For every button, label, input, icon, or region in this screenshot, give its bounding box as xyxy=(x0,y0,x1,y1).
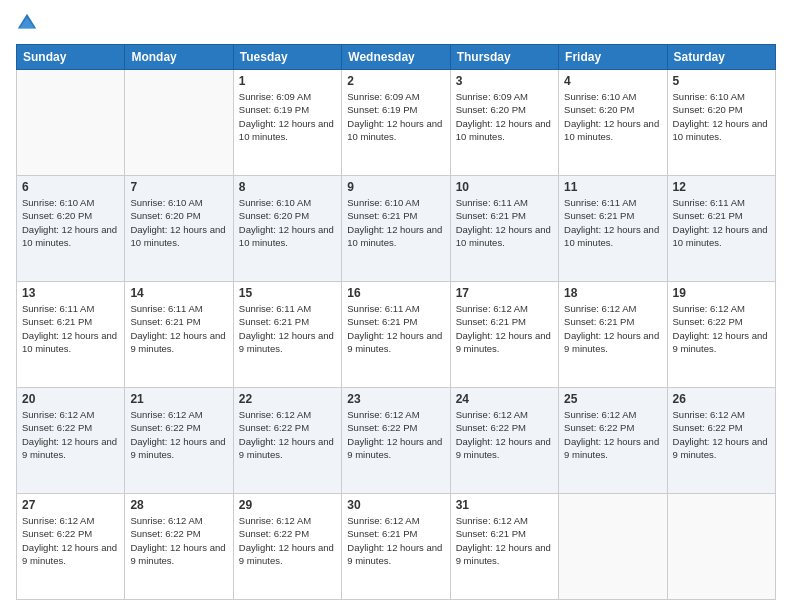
day-info: Sunrise: 6:11 AMSunset: 6:21 PMDaylight:… xyxy=(347,302,444,355)
week-row-3: 13Sunrise: 6:11 AMSunset: 6:21 PMDayligh… xyxy=(17,282,776,388)
day-cell: 14Sunrise: 6:11 AMSunset: 6:21 PMDayligh… xyxy=(125,282,233,388)
day-cell: 29Sunrise: 6:12 AMSunset: 6:22 PMDayligh… xyxy=(233,494,341,600)
day-number: 3 xyxy=(456,74,553,88)
weekday-header-tuesday: Tuesday xyxy=(233,45,341,70)
day-info: Sunrise: 6:12 AMSunset: 6:22 PMDaylight:… xyxy=(22,514,119,567)
day-cell: 28Sunrise: 6:12 AMSunset: 6:22 PMDayligh… xyxy=(125,494,233,600)
day-info: Sunrise: 6:12 AMSunset: 6:22 PMDaylight:… xyxy=(673,408,770,461)
day-cell: 8Sunrise: 6:10 AMSunset: 6:20 PMDaylight… xyxy=(233,176,341,282)
day-cell: 17Sunrise: 6:12 AMSunset: 6:21 PMDayligh… xyxy=(450,282,558,388)
day-info: Sunrise: 6:10 AMSunset: 6:20 PMDaylight:… xyxy=(239,196,336,249)
day-info: Sunrise: 6:12 AMSunset: 6:22 PMDaylight:… xyxy=(347,408,444,461)
day-cell: 31Sunrise: 6:12 AMSunset: 6:21 PMDayligh… xyxy=(450,494,558,600)
day-cell: 23Sunrise: 6:12 AMSunset: 6:22 PMDayligh… xyxy=(342,388,450,494)
day-info: Sunrise: 6:12 AMSunset: 6:22 PMDaylight:… xyxy=(239,514,336,567)
day-info: Sunrise: 6:11 AMSunset: 6:21 PMDaylight:… xyxy=(564,196,661,249)
day-info: Sunrise: 6:12 AMSunset: 6:21 PMDaylight:… xyxy=(456,302,553,355)
day-cell: 22Sunrise: 6:12 AMSunset: 6:22 PMDayligh… xyxy=(233,388,341,494)
day-info: Sunrise: 6:09 AMSunset: 6:19 PMDaylight:… xyxy=(347,90,444,143)
day-cell: 12Sunrise: 6:11 AMSunset: 6:21 PMDayligh… xyxy=(667,176,775,282)
day-info: Sunrise: 6:12 AMSunset: 6:22 PMDaylight:… xyxy=(456,408,553,461)
day-number: 27 xyxy=(22,498,119,512)
day-number: 6 xyxy=(22,180,119,194)
day-cell: 1Sunrise: 6:09 AMSunset: 6:19 PMDaylight… xyxy=(233,70,341,176)
day-info: Sunrise: 6:11 AMSunset: 6:21 PMDaylight:… xyxy=(239,302,336,355)
week-row-2: 6Sunrise: 6:10 AMSunset: 6:20 PMDaylight… xyxy=(17,176,776,282)
day-number: 23 xyxy=(347,392,444,406)
day-cell: 27Sunrise: 6:12 AMSunset: 6:22 PMDayligh… xyxy=(17,494,125,600)
day-number: 1 xyxy=(239,74,336,88)
day-number: 11 xyxy=(564,180,661,194)
day-info: Sunrise: 6:12 AMSunset: 6:22 PMDaylight:… xyxy=(22,408,119,461)
day-number: 13 xyxy=(22,286,119,300)
day-number: 19 xyxy=(673,286,770,300)
day-info: Sunrise: 6:12 AMSunset: 6:22 PMDaylight:… xyxy=(239,408,336,461)
day-number: 31 xyxy=(456,498,553,512)
day-info: Sunrise: 6:10 AMSunset: 6:21 PMDaylight:… xyxy=(347,196,444,249)
day-number: 26 xyxy=(673,392,770,406)
day-cell: 26Sunrise: 6:12 AMSunset: 6:22 PMDayligh… xyxy=(667,388,775,494)
calendar-table: SundayMondayTuesdayWednesdayThursdayFrid… xyxy=(16,44,776,600)
day-number: 9 xyxy=(347,180,444,194)
day-number: 20 xyxy=(22,392,119,406)
day-cell: 21Sunrise: 6:12 AMSunset: 6:22 PMDayligh… xyxy=(125,388,233,494)
day-number: 15 xyxy=(239,286,336,300)
day-number: 25 xyxy=(564,392,661,406)
page: SundayMondayTuesdayWednesdayThursdayFrid… xyxy=(0,0,792,612)
day-cell: 19Sunrise: 6:12 AMSunset: 6:22 PMDayligh… xyxy=(667,282,775,388)
week-row-1: 1Sunrise: 6:09 AMSunset: 6:19 PMDaylight… xyxy=(17,70,776,176)
day-cell: 25Sunrise: 6:12 AMSunset: 6:22 PMDayligh… xyxy=(559,388,667,494)
day-number: 10 xyxy=(456,180,553,194)
day-number: 2 xyxy=(347,74,444,88)
day-cell xyxy=(125,70,233,176)
day-cell: 9Sunrise: 6:10 AMSunset: 6:21 PMDaylight… xyxy=(342,176,450,282)
day-info: Sunrise: 6:12 AMSunset: 6:22 PMDaylight:… xyxy=(130,408,227,461)
day-number: 12 xyxy=(673,180,770,194)
day-number: 8 xyxy=(239,180,336,194)
day-number: 28 xyxy=(130,498,227,512)
day-cell xyxy=(17,70,125,176)
day-info: Sunrise: 6:10 AMSunset: 6:20 PMDaylight:… xyxy=(673,90,770,143)
day-cell: 3Sunrise: 6:09 AMSunset: 6:20 PMDaylight… xyxy=(450,70,558,176)
weekday-header-saturday: Saturday xyxy=(667,45,775,70)
day-cell: 13Sunrise: 6:11 AMSunset: 6:21 PMDayligh… xyxy=(17,282,125,388)
day-info: Sunrise: 6:10 AMSunset: 6:20 PMDaylight:… xyxy=(130,196,227,249)
day-number: 30 xyxy=(347,498,444,512)
day-info: Sunrise: 6:11 AMSunset: 6:21 PMDaylight:… xyxy=(22,302,119,355)
day-number: 22 xyxy=(239,392,336,406)
day-info: Sunrise: 6:10 AMSunset: 6:20 PMDaylight:… xyxy=(564,90,661,143)
day-cell xyxy=(667,494,775,600)
week-row-4: 20Sunrise: 6:12 AMSunset: 6:22 PMDayligh… xyxy=(17,388,776,494)
weekday-header-sunday: Sunday xyxy=(17,45,125,70)
week-row-5: 27Sunrise: 6:12 AMSunset: 6:22 PMDayligh… xyxy=(17,494,776,600)
day-cell: 2Sunrise: 6:09 AMSunset: 6:19 PMDaylight… xyxy=(342,70,450,176)
day-number: 16 xyxy=(347,286,444,300)
weekday-header-monday: Monday xyxy=(125,45,233,70)
day-info: Sunrise: 6:11 AMSunset: 6:21 PMDaylight:… xyxy=(456,196,553,249)
day-info: Sunrise: 6:12 AMSunset: 6:22 PMDaylight:… xyxy=(673,302,770,355)
day-cell: 5Sunrise: 6:10 AMSunset: 6:20 PMDaylight… xyxy=(667,70,775,176)
day-number: 21 xyxy=(130,392,227,406)
day-number: 18 xyxy=(564,286,661,300)
header xyxy=(16,12,776,34)
day-cell: 20Sunrise: 6:12 AMSunset: 6:22 PMDayligh… xyxy=(17,388,125,494)
day-cell: 10Sunrise: 6:11 AMSunset: 6:21 PMDayligh… xyxy=(450,176,558,282)
day-info: Sunrise: 6:09 AMSunset: 6:20 PMDaylight:… xyxy=(456,90,553,143)
day-cell: 7Sunrise: 6:10 AMSunset: 6:20 PMDaylight… xyxy=(125,176,233,282)
day-cell: 24Sunrise: 6:12 AMSunset: 6:22 PMDayligh… xyxy=(450,388,558,494)
day-info: Sunrise: 6:11 AMSunset: 6:21 PMDaylight:… xyxy=(673,196,770,249)
day-number: 14 xyxy=(130,286,227,300)
day-info: Sunrise: 6:12 AMSunset: 6:21 PMDaylight:… xyxy=(456,514,553,567)
day-info: Sunrise: 6:12 AMSunset: 6:21 PMDaylight:… xyxy=(564,302,661,355)
day-cell: 16Sunrise: 6:11 AMSunset: 6:21 PMDayligh… xyxy=(342,282,450,388)
weekday-header-thursday: Thursday xyxy=(450,45,558,70)
day-cell: 6Sunrise: 6:10 AMSunset: 6:20 PMDaylight… xyxy=(17,176,125,282)
day-info: Sunrise: 6:12 AMSunset: 6:22 PMDaylight:… xyxy=(130,514,227,567)
day-info: Sunrise: 6:10 AMSunset: 6:20 PMDaylight:… xyxy=(22,196,119,249)
day-info: Sunrise: 6:11 AMSunset: 6:21 PMDaylight:… xyxy=(130,302,227,355)
day-cell xyxy=(559,494,667,600)
day-info: Sunrise: 6:12 AMSunset: 6:21 PMDaylight:… xyxy=(347,514,444,567)
day-cell: 15Sunrise: 6:11 AMSunset: 6:21 PMDayligh… xyxy=(233,282,341,388)
day-cell: 4Sunrise: 6:10 AMSunset: 6:20 PMDaylight… xyxy=(559,70,667,176)
weekday-header-friday: Friday xyxy=(559,45,667,70)
